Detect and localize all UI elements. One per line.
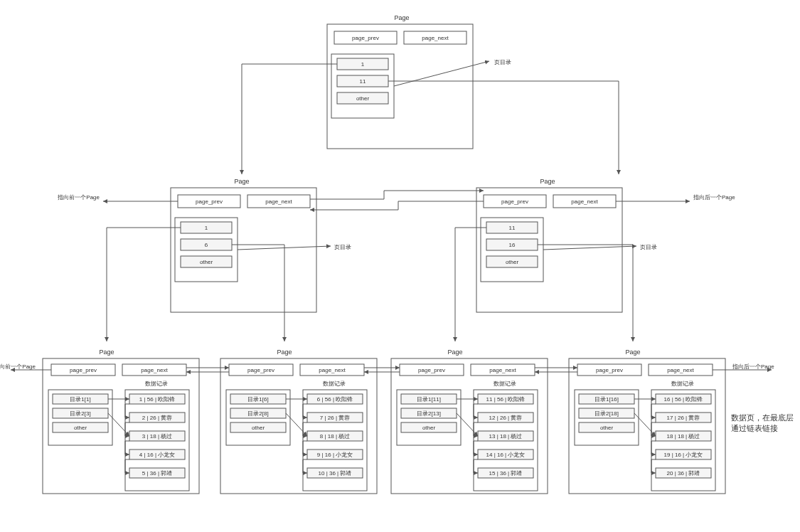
svg-text:other: other	[356, 95, 370, 102]
leaf-2: Page page_prev page_next 数据记录 目录1[6] 目录2…	[220, 349, 377, 494]
svg-text:page_next: page_next	[667, 367, 694, 373]
svg-text:page_next: page_next	[141, 367, 168, 373]
svg-text:6: 6	[205, 242, 208, 248]
svg-text:page_prev: page_prev	[596, 367, 623, 373]
mid-left-prev-label: 指向前一个Page	[57, 194, 100, 201]
svg-text:11: 11	[509, 225, 516, 231]
leaf-1: Page page_prev page_next 数据记录 目录1[1] 目录2…	[43, 349, 199, 494]
svg-text:15 | 36 | 郭靖: 15 | 36 | 郭靖	[489, 470, 523, 477]
svg-text:11 | 56 | 欧阳锋: 11 | 56 | 欧阳锋	[486, 396, 526, 403]
svg-text:19 | 16 | 小龙女: 19 | 16 | 小龙女	[664, 452, 703, 458]
svg-text:1 | 56 | 欧阳锋: 1 | 56 | 欧阳锋	[139, 396, 175, 403]
svg-text:14 | 16 | 小龙女: 14 | 16 | 小龙女	[486, 452, 526, 458]
btree-diagram: Page page_prev page_next 1 11 other 页目录 …	[0, 0, 800, 532]
leaf-3: Page page_prev page_next 数据记录 目录1[11] 目录…	[391, 349, 548, 494]
svg-text:1: 1	[205, 225, 208, 231]
svg-text:目录1[11]: 目录1[11]	[417, 396, 441, 403]
leaf-next-label: 指向后一个Page	[732, 363, 774, 370]
svg-text:目录2[18]: 目录2[18]	[594, 410, 619, 417]
svg-text:page_next: page_next	[571, 198, 598, 205]
svg-text:12 | 26 | 黄蓉: 12 | 26 | 黄蓉	[489, 415, 523, 421]
svg-text:目录1[16]: 目录1[16]	[594, 396, 619, 403]
svg-text:16: 16	[509, 242, 516, 248]
svg-text:other: other	[600, 425, 614, 431]
svg-text:目录2[3]: 目录2[3]	[70, 410, 90, 417]
svg-text:page_prev: page_prev	[196, 198, 223, 205]
svg-text:18 | 18 | 杨过: 18 | 18 | 杨过	[667, 433, 700, 440]
leaf-4: Page page_prev page_next 数据记录 目录1[16] 目录…	[569, 349, 725, 494]
svg-text:3 | 18 | 杨过: 3 | 18 | 杨过	[142, 433, 172, 440]
svg-text:13 | 18 | 杨过: 13 | 18 | 杨过	[489, 433, 523, 440]
svg-text:page_prev: page_prev	[352, 35, 379, 41]
svg-text:page_prev: page_prev	[418, 367, 445, 373]
svg-text:目录2[13]: 目录2[13]	[417, 410, 441, 417]
svg-text:页目录: 页目录	[640, 244, 657, 250]
svg-text:数据记录: 数据记录	[494, 381, 516, 387]
svg-text:数据记录: 数据记录	[671, 381, 694, 387]
svg-text:8 | 18 | 杨过: 8 | 18 | 杨过	[320, 433, 350, 440]
mid-right-next-label: 指向后一个Page	[693, 194, 735, 201]
svg-text:Page: Page	[540, 178, 555, 185]
svg-text:other: other	[252, 425, 265, 431]
svg-text:10 | 36 | 郭靖: 10 | 36 | 郭靖	[319, 470, 352, 477]
svg-text:other: other	[506, 259, 519, 265]
svg-text:Page: Page	[234, 178, 249, 185]
svg-text:4 | 16 | 小龙女: 4 | 16 | 小龙女	[139, 452, 175, 458]
svg-text:page_next: page_next	[265, 198, 292, 205]
svg-text:数据记录: 数据记录	[145, 381, 168, 387]
svg-text:目录1[6]: 目录1[6]	[247, 396, 268, 403]
svg-text:目录1[1]: 目录1[1]	[70, 396, 90, 403]
svg-text:20 | 36 | 郭靖: 20 | 36 | 郭靖	[667, 470, 700, 477]
svg-text:7 | 26 | 黄蓉: 7 | 26 | 黄蓉	[320, 415, 350, 421]
leaf-prev-label: 指向前一个Page	[0, 363, 36, 370]
svg-text:other: other	[74, 425, 87, 431]
svg-text:Page: Page	[99, 349, 114, 356]
datapage-note: 数据页，在最底层通过链表链接	[731, 413, 795, 435]
svg-text:page_prev: page_prev	[247, 367, 274, 373]
svg-text:数据记录: 数据记录	[323, 381, 346, 387]
svg-text:1: 1	[361, 61, 365, 68]
svg-text:page_prev: page_prev	[70, 367, 97, 373]
svg-text:17 | 26 | 黄蓉: 17 | 26 | 黄蓉	[667, 415, 700, 421]
svg-text:6 | 56 | 欧阳锋: 6 | 56 | 欧阳锋	[317, 396, 353, 403]
svg-text:page_next: page_next	[319, 367, 346, 373]
svg-text:5 | 36 | 郭靖: 5 | 36 | 郭靖	[142, 470, 172, 477]
svg-text:11: 11	[360, 78, 366, 85]
svg-text:页目录: 页目录	[334, 244, 351, 250]
svg-text:other: other	[422, 425, 436, 431]
svg-text:9 | 16 | 小龙女: 9 | 16 | 小龙女	[317, 452, 353, 458]
root-title: Page	[394, 14, 409, 21]
root-dir-label: 页目录	[494, 59, 511, 65]
svg-text:page_prev: page_prev	[501, 198, 528, 205]
svg-text:page_next: page_next	[489, 367, 516, 373]
svg-text:2 | 26 | 黄蓉: 2 | 26 | 黄蓉	[142, 415, 172, 421]
svg-text:Page: Page	[447, 349, 462, 356]
svg-text:Page: Page	[277, 349, 292, 356]
svg-text:目录2[8]: 目录2[8]	[247, 410, 268, 417]
svg-text:16 | 56 | 欧阳锋: 16 | 56 | 欧阳锋	[664, 396, 703, 403]
svg-text:other: other	[200, 259, 213, 265]
svg-text:page_next: page_next	[422, 35, 449, 41]
svg-text:Page: Page	[625, 349, 640, 356]
